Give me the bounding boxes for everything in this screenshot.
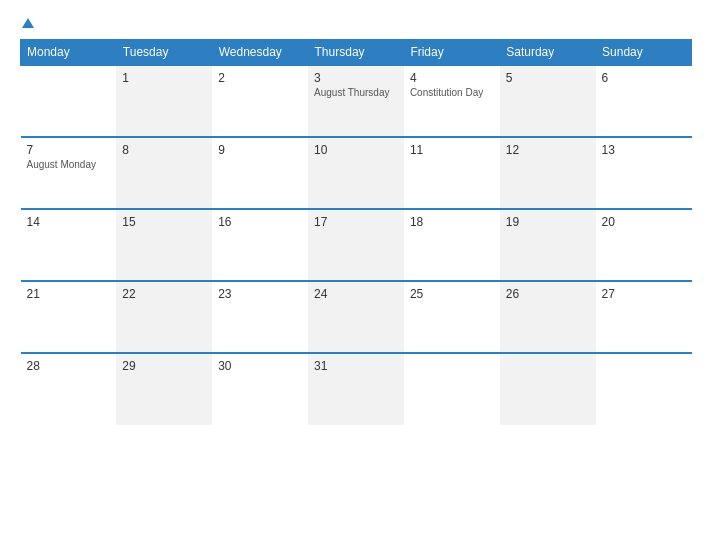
calendar-day-cell: 6 [596, 65, 692, 137]
calendar-day-cell: 15 [116, 209, 212, 281]
calendar-day-cell: 9 [212, 137, 308, 209]
day-event: August Monday [27, 159, 111, 170]
calendar-day-cell: 18 [404, 209, 500, 281]
weekday-header-cell: Tuesday [116, 40, 212, 66]
calendar-day-cell: 4Constitution Day [404, 65, 500, 137]
day-number: 27 [602, 287, 686, 301]
calendar-day-cell: 8 [116, 137, 212, 209]
day-number: 22 [122, 287, 206, 301]
calendar-day-cell: 13 [596, 137, 692, 209]
calendar-day-cell: 11 [404, 137, 500, 209]
calendar-day-cell: 3August Thursday [308, 65, 404, 137]
weekday-header-cell: Friday [404, 40, 500, 66]
calendar-day-cell [21, 65, 117, 137]
logo-triangle-icon [22, 18, 34, 28]
day-number: 24 [314, 287, 398, 301]
calendar-day-cell: 1 [116, 65, 212, 137]
day-number: 25 [410, 287, 494, 301]
day-number: 7 [27, 143, 111, 157]
calendar-day-cell: 2 [212, 65, 308, 137]
calendar-day-cell: 25 [404, 281, 500, 353]
day-number: 28 [27, 359, 111, 373]
header [20, 18, 692, 29]
calendar-week-row: 7August Monday8910111213 [21, 137, 692, 209]
calendar-day-cell: 23 [212, 281, 308, 353]
logo [20, 18, 34, 29]
calendar-day-cell: 22 [116, 281, 212, 353]
day-number: 12 [506, 143, 590, 157]
weekday-header-cell: Sunday [596, 40, 692, 66]
calendar-week-row: 28293031 [21, 353, 692, 425]
day-number: 18 [410, 215, 494, 229]
calendar-day-cell: 5 [500, 65, 596, 137]
day-number: 20 [602, 215, 686, 229]
weekday-header-cell: Saturday [500, 40, 596, 66]
day-event: August Thursday [314, 87, 398, 98]
day-number: 16 [218, 215, 302, 229]
day-number: 11 [410, 143, 494, 157]
calendar-day-cell: 24 [308, 281, 404, 353]
day-number: 8 [122, 143, 206, 157]
calendar-day-cell: 7August Monday [21, 137, 117, 209]
calendar-day-cell: 12 [500, 137, 596, 209]
day-number: 1 [122, 71, 206, 85]
calendar-day-cell: 17 [308, 209, 404, 281]
calendar-page: MondayTuesdayWednesdayThursdayFridaySatu… [0, 0, 712, 550]
day-number: 29 [122, 359, 206, 373]
calendar-day-cell: 10 [308, 137, 404, 209]
calendar-table: MondayTuesdayWednesdayThursdayFridaySatu… [20, 39, 692, 425]
day-number: 17 [314, 215, 398, 229]
day-number: 13 [602, 143, 686, 157]
weekday-header-cell: Thursday [308, 40, 404, 66]
day-number: 14 [27, 215, 111, 229]
calendar-week-row: 21222324252627 [21, 281, 692, 353]
day-number: 6 [602, 71, 686, 85]
calendar-week-row: 123August Thursday4Constitution Day56 [21, 65, 692, 137]
day-event: Constitution Day [410, 87, 494, 98]
calendar-day-cell: 28 [21, 353, 117, 425]
day-number: 26 [506, 287, 590, 301]
calendar-day-cell [596, 353, 692, 425]
calendar-day-cell: 29 [116, 353, 212, 425]
calendar-day-cell [404, 353, 500, 425]
day-number: 10 [314, 143, 398, 157]
day-number: 19 [506, 215, 590, 229]
day-number: 3 [314, 71, 398, 85]
calendar-day-cell: 16 [212, 209, 308, 281]
calendar-day-cell [500, 353, 596, 425]
calendar-day-cell: 21 [21, 281, 117, 353]
day-number: 23 [218, 287, 302, 301]
weekday-header-cell: Wednesday [212, 40, 308, 66]
calendar-week-row: 14151617181920 [21, 209, 692, 281]
weekday-header-cell: Monday [21, 40, 117, 66]
calendar-day-cell: 14 [21, 209, 117, 281]
calendar-day-cell: 20 [596, 209, 692, 281]
calendar-day-cell: 27 [596, 281, 692, 353]
day-number: 30 [218, 359, 302, 373]
calendar-body: 123August Thursday4Constitution Day567Au… [21, 65, 692, 425]
day-number: 5 [506, 71, 590, 85]
logo-blue-text [20, 18, 34, 29]
calendar-day-cell: 19 [500, 209, 596, 281]
day-number: 9 [218, 143, 302, 157]
calendar-day-cell: 31 [308, 353, 404, 425]
weekday-header-row: MondayTuesdayWednesdayThursdayFridaySatu… [21, 40, 692, 66]
calendar-day-cell: 26 [500, 281, 596, 353]
day-number: 15 [122, 215, 206, 229]
day-number: 21 [27, 287, 111, 301]
day-number: 2 [218, 71, 302, 85]
day-number: 31 [314, 359, 398, 373]
day-number: 4 [410, 71, 494, 85]
calendar-day-cell: 30 [212, 353, 308, 425]
